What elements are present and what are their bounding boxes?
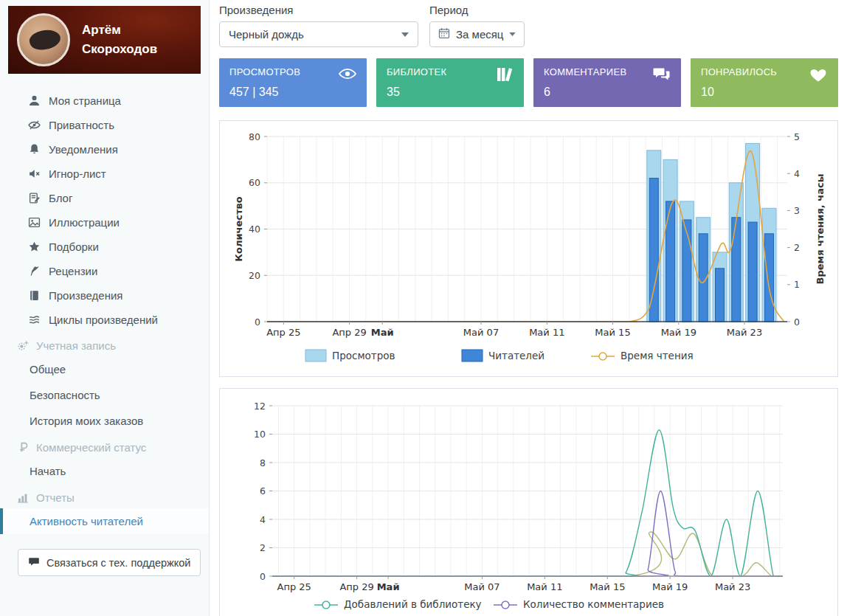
sidebar-section-reports: Отчеты bbox=[0, 484, 209, 508]
svg-text:0: 0 bbox=[260, 571, 266, 582]
library-comments-chart: Апр 25Апр 29МайМай 07Май 11Май 15Май 19М… bbox=[220, 389, 837, 616]
svg-text:Апр 29: Апр 29 bbox=[332, 327, 366, 338]
sidebar-item-order-history[interactable]: История моих заказов bbox=[0, 408, 209, 434]
sidebar-item-reviews[interactable]: Рецензии bbox=[0, 259, 209, 283]
sidebar-item-general[interactable]: Общее bbox=[0, 356, 209, 382]
chart-legend: Добавлений в библиотекуКоличество коммен… bbox=[314, 598, 664, 610]
sidebar-item-label: Циклы произведений bbox=[49, 314, 158, 326]
svg-text:Май 11: Май 11 bbox=[527, 581, 562, 592]
user-icon bbox=[28, 94, 41, 107]
support-button[interactable]: Связаться с тех. поддержкой bbox=[18, 549, 201, 576]
sidebar-section-account: Учетная запись bbox=[0, 332, 209, 356]
likes-stat-card: ПОНРАВИЛОСЬ 10 bbox=[691, 58, 838, 107]
sidebar-item-my-page[interactable]: Моя страница bbox=[0, 89, 209, 113]
svg-text:3: 3 bbox=[794, 205, 800, 216]
sidebar-section-label: Учетная запись bbox=[36, 339, 116, 352]
calendar-icon bbox=[438, 27, 450, 41]
image-icon bbox=[28, 216, 41, 229]
quill-icon bbox=[28, 265, 41, 277]
svg-text:20: 20 bbox=[249, 270, 260, 281]
svg-text:Май 23: Май 23 bbox=[715, 581, 750, 592]
eye-icon bbox=[338, 66, 357, 83]
sidebar-item-illustrations[interactable]: Иллюстрации bbox=[0, 210, 209, 235]
svg-text:Читателей: Читателей bbox=[488, 350, 544, 361]
sidebar-item-label: Блог bbox=[49, 192, 72, 204]
sidebar-item-work-cycles[interactable]: Циклы произведений bbox=[0, 308, 209, 332]
sidebar-item-label: Уведомления bbox=[49, 143, 118, 156]
book-icon bbox=[28, 289, 41, 302]
svg-text:Май 19: Май 19 bbox=[652, 581, 688, 592]
svg-text:Апр 29: Апр 29 bbox=[339, 581, 373, 592]
avatar bbox=[17, 13, 70, 66]
gears-icon bbox=[17, 339, 30, 352]
svg-text:Апр 25: Апр 25 bbox=[277, 581, 311, 592]
sidebar-item-label: Моя страница bbox=[49, 94, 121, 107]
period-filter-label: Период bbox=[429, 4, 525, 16]
period-button[interactable]: За месяц bbox=[429, 21, 525, 47]
svg-text:12: 12 bbox=[254, 401, 266, 412]
library-comments-chart-panel: Апр 25Апр 29МайМай 07Май 11Май 15Май 19М… bbox=[219, 388, 838, 616]
profile-header[interactable]: Артём Скороходов bbox=[8, 6, 201, 74]
sidebar-item-ignore-list[interactable]: Игнор-лист bbox=[0, 162, 209, 186]
sidebar-item-label: Подборки bbox=[49, 240, 99, 253]
svg-text:Май 07: Май 07 bbox=[464, 581, 499, 592]
mute-icon bbox=[28, 167, 41, 180]
svg-text:Количество комментариев: Количество комментариев bbox=[523, 598, 664, 610]
stat-cards-row: ПРОСМОТРОВ 457 | 345 БИБЛИОТЕК 35 КОММЕН… bbox=[219, 58, 838, 107]
sidebar-item-collections[interactable]: Подборки bbox=[0, 235, 209, 259]
sidebar-item-security[interactable]: Безопасность bbox=[0, 382, 209, 408]
svg-text:Просмотров: Просмотров bbox=[332, 350, 395, 361]
svg-text:Апр 25: Апр 25 bbox=[266, 327, 300, 338]
sidebar-item-reader-activity[interactable]: Активность читателей bbox=[0, 508, 209, 534]
svg-text:0: 0 bbox=[794, 316, 800, 328]
bell-icon bbox=[28, 143, 41, 156]
svg-text:Май: Май bbox=[371, 327, 394, 338]
blog-icon bbox=[28, 192, 41, 204]
sidebar-item-label: Игнор-лист bbox=[49, 167, 106, 180]
views-stat-card: ПРОСМОТРОВ 457 | 345 bbox=[219, 58, 367, 107]
sidebar-item-works[interactable]: Произведения bbox=[0, 283, 209, 308]
sidebar-item-blog[interactable]: Блог bbox=[0, 186, 209, 210]
works-filter: Произведения Черный дождь bbox=[219, 4, 418, 47]
sidebar-menu: Моя страница Приватность Уведомления Игн… bbox=[0, 81, 209, 576]
svg-text:40: 40 bbox=[249, 224, 260, 235]
star-icon bbox=[28, 240, 41, 253]
comments-stat-value: 6 bbox=[544, 86, 671, 99]
stack-icon bbox=[28, 314, 41, 326]
support-button-label: Связаться с тех. поддержкой bbox=[46, 557, 190, 569]
sidebar-item-label: Иллюстрации bbox=[49, 216, 120, 229]
sidebar-item-privacy[interactable]: Приватность bbox=[0, 113, 209, 137]
svg-text:Май: Май bbox=[377, 581, 400, 592]
filters-row: Произведения Черный дождь Период За меся… bbox=[219, 4, 838, 47]
sidebar-section-label: Отчеты bbox=[36, 491, 75, 504]
series-Добавлений в библиотеку bbox=[272, 430, 783, 576]
svg-text:5: 5 bbox=[794, 131, 800, 142]
books-icon bbox=[495, 66, 514, 83]
views-readers-chart-panel: Апр 25Апр 29МайМай 07Май 11Май 15Май 19М… bbox=[219, 120, 838, 377]
sidebar-section-commercial: Коммерческий статус bbox=[0, 434, 209, 458]
svg-text:4: 4 bbox=[260, 514, 266, 525]
bar-chart-icon bbox=[17, 491, 30, 504]
svg-text:2: 2 bbox=[794, 242, 800, 253]
svg-text:6: 6 bbox=[260, 485, 266, 496]
svg-text:0: 0 bbox=[255, 316, 260, 328]
chat-icon bbox=[28, 556, 40, 570]
sidebar-item-start-commercial[interactable]: Начать bbox=[0, 458, 209, 484]
sidebar-section-label: Коммерческий статус bbox=[36, 441, 146, 454]
svg-text:Май 07: Май 07 bbox=[463, 327, 499, 338]
sidebar-item-notifications[interactable]: Уведомления bbox=[0, 137, 209, 162]
svg-text:Май 15: Май 15 bbox=[595, 327, 630, 338]
views-stat-value: 457 | 345 bbox=[229, 86, 356, 99]
svg-text:Время чтения, часы: Время чтения, часы bbox=[815, 174, 826, 285]
svg-text:Май 11: Май 11 bbox=[529, 327, 564, 338]
series-Количество комментариев bbox=[272, 491, 783, 576]
svg-text:Количество: Количество bbox=[233, 196, 244, 261]
svg-text:Май 23: Май 23 bbox=[727, 327, 762, 338]
works-select[interactable]: Черный дождь bbox=[219, 21, 418, 47]
chevron-down-icon bbox=[509, 32, 516, 36]
libraries-stat-card: БИБЛИОТЕК 35 bbox=[376, 58, 524, 107]
svg-text:1: 1 bbox=[794, 279, 800, 290]
works-select-value: Черный дождь bbox=[229, 28, 304, 41]
comments-icon bbox=[652, 66, 671, 83]
ruble-icon bbox=[17, 441, 30, 454]
